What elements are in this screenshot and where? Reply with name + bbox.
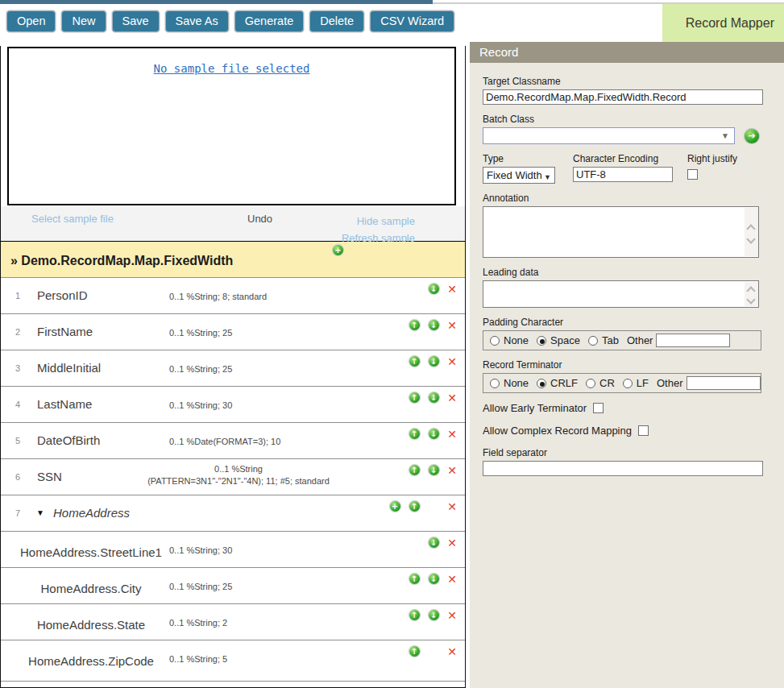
field-row-dateofbirth[interactable]: 5DateOfBirth0..1 %Date(FORMAT=3); 10↑↓✕ [1,423,465,459]
move-down-icon[interactable]: ↓ [429,284,439,294]
target-classname-input[interactable]: Demo.RecordMap.Map.FixedWidth.Record [483,89,763,105]
add-subfield-icon[interactable]: + [390,501,400,512]
move-down-icon[interactable]: ↓ [429,392,439,403]
field-row-ssn[interactable]: 6SSN0..1 %String(PATTERN=3N1"-"2N1"-"4N)… [1,459,465,495]
field-row-middleinitial[interactable]: 3MiddleInitial0..1 %String; 25↑↓✕ [1,350,465,387]
go-arrow-icon[interactable]: ➔ [745,129,759,143]
move-down-icon[interactable]: ↓ [429,429,439,439]
delete-field-icon[interactable]: ✕ [447,501,457,513]
generate-button[interactable]: Generate [234,10,304,32]
field-row-lastname[interactable]: 4LastName0..1 %String; 30↑↓✕ [1,387,465,423]
delete-field-icon[interactable]: ✕ [447,392,457,404]
field-row-homeaddress-city[interactable]: HomeAddress.City0..1 %String; 25↑↓✕ [1,568,465,604]
scroll-up-icon[interactable] [748,286,755,293]
move-up-icon[interactable]: ↑ [409,320,420,330]
field-name[interactable]: HomeAddress.State [7,618,175,632]
no-sample-file-link[interactable]: No sample file selected [154,62,310,75]
add-field-icon[interactable]: + [333,245,343,255]
delete-field-icon[interactable]: ✕ [447,574,457,586]
move-up-icon[interactable]: ↑ [409,465,420,475]
delete-field-icon[interactable]: ✕ [447,537,457,549]
move-down-icon[interactable]: ↓ [429,574,439,584]
annotation-textarea[interactable] [483,206,759,258]
padding-radio-space[interactable] [537,336,546,346]
type-select[interactable]: Fixed Width ▼ [483,167,555,184]
terminator-radio-none[interactable] [490,379,500,388]
delete-field-icon[interactable]: ✕ [447,610,457,622]
open-button[interactable]: Open [6,10,56,32]
new-button[interactable]: New [61,10,106,32]
scroll-down-icon[interactable] [748,237,755,244]
move-up-icon[interactable]: ↑ [409,610,420,620]
move-down-icon[interactable]: ↓ [429,465,439,475]
field-row-homeaddress-state[interactable]: HomeAddress.State0..1 %String; 2↑↓✕ [1,604,465,640]
csv-wizard-button[interactable]: CSV Wizard [370,10,454,32]
padding-option-none[interactable]: None [490,334,529,346]
move-up-icon[interactable]: ↑ [409,429,420,439]
allow-complex-mapping-checkbox[interactable] [638,425,649,436]
move-up-icon[interactable]: ↑ [409,574,420,584]
terminator-option-cr[interactable]: CR [586,377,615,389]
field-row-homeaddress-zipcode[interactable]: HomeAddress.ZipCode0..1 %String; 5↑✕ [1,640,465,682]
move-up-icon[interactable]: ↑ [409,356,420,367]
scroll-up-icon[interactable] [748,224,755,231]
move-up-icon[interactable]: ↑ [409,392,420,403]
padding-radio-none[interactable] [490,336,500,346]
batch-class-combo[interactable]: ▼ [483,127,735,144]
padding-option-space[interactable]: Space [537,334,580,346]
padding-other-input[interactable] [656,334,730,347]
field-row-homeaddress-streetline1[interactable]: HomeAddress.StreetLine10..1 %String; 30↓… [1,532,465,568]
field-name[interactable]: HomeAddress.City [7,582,175,595]
padding-option-tab[interactable]: Tab [588,334,619,346]
move-up-icon[interactable]: ↑ [409,501,420,512]
field-separator-input[interactable] [483,461,763,476]
delete-field-icon[interactable]: ✕ [447,429,457,441]
terminator-option-lf[interactable]: LF [623,377,649,389]
terminator-radio-lf[interactable] [623,379,633,388]
field-name[interactable]: LastName [37,397,92,411]
field-name[interactable]: DateOfBirth [37,433,100,447]
move-down-icon[interactable]: ↓ [429,320,439,330]
dropdown-arrow-icon[interactable]: ▼ [721,131,729,140]
field-name[interactable]: MiddleInitial [37,361,101,375]
allow-early-terminator-checkbox[interactable] [593,403,604,413]
save-as-button[interactable]: Save As [165,10,229,32]
field-row-firstname[interactable]: 2FirstName0..1 %String; 25↑↓✕ [1,314,465,350]
right-justify-checkbox[interactable] [687,169,698,180]
terminator-other-input[interactable] [687,376,761,390]
scroll-down-icon[interactable] [748,297,755,305]
move-down-icon[interactable]: ↓ [429,610,439,620]
select-sample-file-link[interactable]: Select sample file [31,213,114,225]
scrollbar-track[interactable] [745,282,758,306]
field-name[interactable]: FirstName [37,325,93,338]
collapse-triangle-icon[interactable]: ▼ [36,508,44,517]
field-name[interactable]: PersonID [37,288,88,302]
move-up-icon[interactable]: ↑ [409,646,420,657]
delete-field-icon[interactable]: ✕ [447,646,457,658]
char-encoding-input[interactable]: UTF-8 [573,167,673,182]
field-name[interactable]: HomeAddress [53,506,130,520]
undo-link[interactable]: Undo [247,213,272,225]
terminator-option-none[interactable]: None [490,377,529,389]
padding-radio-tab[interactable] [588,336,598,346]
hide-sample-link[interactable]: Hide sample [342,213,415,230]
save-button[interactable]: Save [112,10,160,32]
field-name[interactable]: HomeAddress.StreetLine1 [7,545,175,559]
move-down-icon[interactable]: ↓ [429,537,439,548]
delete-field-icon[interactable]: ✕ [447,356,457,368]
terminator-radio-crlf[interactable] [537,379,546,388]
delete-field-icon[interactable]: ✕ [447,320,457,332]
field-name[interactable]: HomeAddress.ZipCode [7,654,175,668]
terminator-radio-cr[interactable] [586,379,595,388]
leading-data-textarea[interactable] [483,280,759,308]
field-name[interactable]: SSN [37,470,62,483]
delete-field-icon[interactable]: ✕ [447,465,457,477]
terminator-option-crlf[interactable]: CRLF [537,377,578,389]
scrollbar-track[interactable] [745,208,758,256]
delete-field-icon[interactable]: ✕ [447,284,457,296]
move-down-icon[interactable]: ↓ [429,356,439,367]
field-type: 0..1 %String; 25 [169,582,232,591]
delete-button[interactable]: Delete [309,10,364,32]
field-row-homeaddress[interactable]: 7▼HomeAddress+↑✕ [1,495,465,532]
field-row-personid[interactable]: 1PersonID0..1 %String; 8; standard↓✕ [1,278,465,314]
